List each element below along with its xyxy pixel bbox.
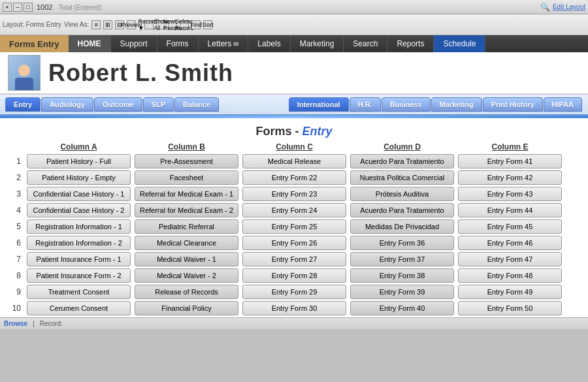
minimize-btn[interactable]: – [13, 3, 22, 12]
find-btn[interactable]: Find [191, 20, 201, 29]
tab-business[interactable]: Business [382, 97, 431, 112]
row-number: 3 [5, 189, 25, 199]
preview-btn[interactable]: Preview [127, 20, 136, 29]
form-btn-9-e[interactable]: Entry Form 49 [458, 285, 562, 299]
close-btn[interactable]: × [3, 3, 12, 12]
form-btn-3-c[interactable]: Entry Form 23 [242, 187, 346, 201]
form-btn-10-d[interactable]: Entry Form 40 [350, 301, 454, 315]
form-btn-3-d[interactable]: Prótesis Auditiva [350, 187, 454, 201]
tab-marketing-tab[interactable]: Marketing [431, 97, 482, 112]
form-btn-2-b[interactable]: Facesheet [135, 170, 238, 185]
form-btn-7-d[interactable]: Entry Form 37 [350, 252, 454, 266]
form-btn-8-d[interactable]: Entry Form 38 [350, 268, 454, 283]
layout-label: Layout: Forms Entry [3, 21, 61, 28]
tab-hr[interactable]: H.R. [350, 97, 381, 112]
row-number: 2 [5, 173, 25, 182]
tab-slp[interactable]: SLP [143, 97, 174, 112]
form-btn-8-e[interactable]: Entry Form 48 [458, 268, 562, 283]
nav-tab-forms[interactable]: Forms [157, 35, 199, 52]
form-btn-5-d[interactable]: Medidas De Privacidad [350, 219, 454, 234]
form-btn-2-a[interactable]: Patient History - Empty [27, 170, 131, 185]
table-row: 4Confidential Case History - 2Referral f… [5, 203, 583, 217]
form-btn-7-b[interactable]: Medical Waiver - 1 [135, 252, 238, 266]
patient-name: Robert L. Smith [48, 59, 233, 87]
form-btn-1-c[interactable]: Medical Release [242, 154, 346, 168]
form-btn-7-c[interactable]: Entry Form 27 [242, 252, 346, 266]
form-btn-4-b[interactable]: Referral for Medical Exam - 2 [135, 203, 238, 217]
nav-tab-reports[interactable]: Reports [387, 35, 434, 52]
form-btn-2-d[interactable]: Nuestra Politica Comercial [350, 170, 454, 185]
form-btn-6-d[interactable]: Entry Form 36 [350, 236, 454, 250]
tab-print-history[interactable]: Print History [483, 97, 543, 112]
form-btn-9-d[interactable]: Entry Form 39 [350, 285, 454, 299]
tab-audiology[interactable]: Audiology [41, 97, 93, 112]
row-number: 6 [5, 238, 25, 247]
table-row: 5Registration Information - 1Pediatric R… [5, 219, 583, 234]
nav-tab-home[interactable]: HOME [69, 35, 111, 52]
status-bar: Browse | Record: [0, 317, 588, 329]
tab-entry[interactable]: Entry [5, 97, 41, 112]
search-icon[interactable]: 🔍 [540, 3, 550, 12]
form-btn-1-a[interactable]: Patient History - Full [27, 154, 131, 168]
view-list-btn[interactable]: ≡ [91, 20, 101, 29]
tab-outcome[interactable]: Outcome [94, 97, 142, 112]
form-btn-5-e[interactable]: Entry Form 45 [458, 219, 562, 234]
form-btn-6-a[interactable]: Registration Information - 2 [27, 236, 131, 250]
sort-btn[interactable]: Sort [203, 20, 212, 29]
form-btn-6-b[interactable]: Medical Clearance [135, 236, 238, 250]
form-btn-2-e[interactable]: Entry Form 42 [458, 170, 562, 185]
tabs-section: Entry Audiology Outcome SLP Balance Inte… [0, 95, 588, 116]
record-info: 1002 Total (Entered) [37, 3, 101, 11]
form-btn-1-b[interactable]: Pre-Assessment [135, 154, 238, 168]
form-btn-4-e[interactable]: Entry Form 44 [458, 203, 562, 217]
form-btn-9-c[interactable]: Entry Form 29 [242, 285, 346, 299]
col-header-d: Column D [348, 142, 456, 151]
form-btn-10-a[interactable]: Cerumen Consent [27, 301, 131, 315]
form-btn-9-b[interactable]: Release of Records [135, 285, 238, 299]
nav-tab-letters[interactable]: Letters ✉ [199, 35, 249, 52]
records-btn[interactable]: Records ▼ [144, 20, 154, 29]
form-btn-2-c[interactable]: Entry Form 22 [242, 170, 346, 185]
form-btn-3-e[interactable]: Entry Form 43 [458, 187, 562, 201]
form-btn-4-c[interactable]: Entry Form 24 [242, 203, 346, 217]
form-btn-5-a[interactable]: Registration Information - 1 [27, 219, 131, 234]
delete-record-btn[interactable]: Delete Record [180, 20, 189, 29]
form-btn-10-b[interactable]: Financial Policy [135, 301, 238, 315]
form-btn-3-b[interactable]: Referral for Medical Exam - 1 [135, 187, 238, 201]
forms-area: Forms - Entry Column A Column B Column C… [0, 118, 588, 317]
form-btn-1-d[interactable]: Acuerdo Para Tratamiento [350, 154, 454, 168]
nav-tab-labels[interactable]: Labels [248, 35, 290, 52]
form-btn-6-e[interactable]: Entry Form 46 [458, 236, 562, 250]
nav-tab-marketing[interactable]: Marketing [291, 35, 344, 52]
form-btn-10-e[interactable]: Entry Form 50 [458, 301, 562, 315]
form-btn-9-a[interactable]: Treatment Consent [27, 285, 131, 299]
form-btn-8-b[interactable]: Medical Waiver - 2 [135, 268, 238, 283]
forms-title-italic: Entry [302, 125, 333, 138]
nav-tab-search[interactable]: Search [344, 35, 387, 52]
nav-tab-support[interactable]: Support [111, 35, 157, 52]
form-btn-5-b[interactable]: Pediatric Referral [135, 219, 238, 234]
maximize-btn[interactable]: □ [24, 3, 33, 12]
form-btn-5-c[interactable]: Entry Form 25 [242, 219, 346, 234]
form-btn-8-c[interactable]: Entry Form 28 [242, 268, 346, 283]
form-btn-6-c[interactable]: Entry Form 26 [242, 236, 346, 250]
status-mode: Browse [4, 320, 27, 327]
envelope-icon: ✉ [233, 40, 238, 48]
form-btn-7-a[interactable]: Patient Insurance Form - 1 [27, 252, 131, 266]
col-header-num [5, 142, 25, 151]
window-controls[interactable]: × – □ [3, 3, 33, 12]
form-btn-10-c[interactable]: Entry Form 30 [242, 301, 346, 315]
edit-layout-link[interactable]: Edit Layout [553, 3, 585, 10]
row-number: 5 [5, 222, 25, 231]
form-btn-4-d[interactable]: Acuerdo Para Tratamiento [350, 203, 454, 217]
form-btn-8-a[interactable]: Patient Insurance Form - 2 [27, 268, 131, 283]
nav-tab-schedule[interactable]: Schedule [434, 35, 485, 52]
tab-international[interactable]: International [289, 97, 349, 112]
view-table-btn[interactable]: ⊞ [103, 20, 112, 29]
form-btn-3-a[interactable]: Confidential Case History - 1 [27, 187, 131, 201]
form-btn-4-a[interactable]: Confidential Case History - 2 [27, 203, 131, 217]
form-btn-7-e[interactable]: Entry Form 47 [458, 252, 562, 266]
tab-balance[interactable]: Balance [174, 97, 219, 112]
form-btn-1-e[interactable]: Entry Form 41 [458, 154, 562, 168]
tab-hipaa[interactable]: HIPAA [544, 97, 582, 112]
